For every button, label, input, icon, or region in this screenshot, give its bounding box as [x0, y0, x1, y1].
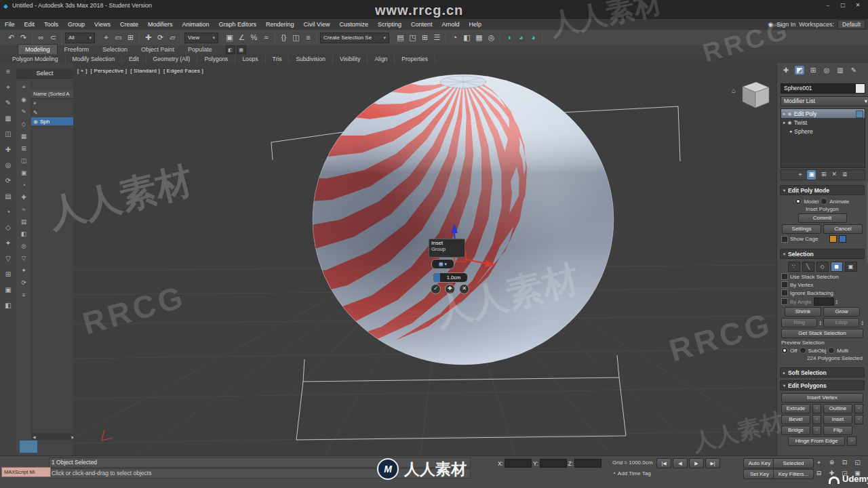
rollout-edit-polygons-header[interactable]: ▾ Edit Polygons — [780, 380, 865, 390]
explorer-tool-icon[interactable]: ◎ — [21, 243, 26, 249]
outline-settings-button[interactable]: ▫ — [854, 404, 863, 413]
viewport-nav-icon[interactable]: ⊕ — [827, 458, 837, 467]
toolbar-icon[interactable]: ◎ — [486, 32, 497, 43]
minimize-button[interactable]: – — [821, 1, 835, 9]
cage-selected-color-swatch[interactable] — [839, 235, 846, 243]
ribbon-tab-modeling[interactable]: Modeling — [18, 44, 58, 54]
scroll-left-icon[interactable]: ◀ — [33, 434, 36, 439]
extrude-settings-button[interactable]: ▫ — [812, 404, 821, 413]
transform-tool-icon[interactable]: ⟳ — [155, 32, 166, 43]
playback-button[interactable]: ◀ — [673, 458, 688, 468]
render-icon[interactable]: ◕ — [528, 32, 539, 43]
stack-row-sphere[interactable]: ● Sphere — [781, 127, 865, 136]
remove-modifier-icon[interactable]: ✕ — [832, 170, 837, 180]
menu-item[interactable]: Civil View — [299, 19, 335, 30]
preview-multi-radio[interactable] — [828, 347, 835, 354]
link-icon[interactable]: ∞ — [35, 32, 47, 43]
left-strip-icon[interactable]: ✚ — [3, 145, 14, 155]
menu-item[interactable]: Animation — [177, 19, 214, 30]
ribbon-tab-object-paint[interactable]: Object Paint — [134, 45, 181, 54]
menu-item[interactable]: Edit — [20, 19, 40, 30]
explorer-tool-icon[interactable]: ◉ — [21, 96, 26, 103]
cage-color-swatch[interactable] — [829, 235, 837, 243]
object-name-field[interactable]: Sphere001 — [781, 83, 855, 94]
toolbar-icon[interactable]: ▦ — [473, 32, 485, 43]
stack-row-twist[interactable]: ▸ ◉ Twist — [781, 118, 865, 127]
hinge-from-edge-button[interactable]: Hinge From Edge — [788, 436, 845, 446]
caddy-apply-button[interactable]: ✚ — [445, 284, 455, 294]
left-strip-icon[interactable]: ◇ — [3, 223, 14, 232]
undo-redo-icon[interactable]: ↶ — [5, 32, 17, 43]
render-icon[interactable]: ◕ — [515, 32, 527, 43]
make-unique-icon[interactable]: ⊞ — [821, 170, 827, 180]
toolbar-icon[interactable]: ◔ — [449, 32, 460, 43]
explorer-tool-icon[interactable]: ⌖ — [22, 83, 25, 91]
render-icon[interactable]: ◑ — [503, 32, 515, 43]
maximize-button[interactable]: ▢ — [835, 1, 850, 9]
viewport-nav-icon[interactable]: ⌖ — [814, 458, 824, 467]
use-stack-selection-checkbox[interactable] — [781, 273, 788, 280]
ignore-backfacing-checkbox[interactable] — [781, 289, 788, 296]
menu-item[interactable]: Modifiers — [143, 19, 178, 30]
explorer-tool-icon[interactable]: ⊞ — [21, 145, 26, 152]
selection-filter-dropdown[interactable]: All ▾ — [65, 33, 95, 43]
snap-toggle-icon[interactable]: % — [248, 32, 260, 43]
flip-button[interactable]: Flip — [823, 426, 852, 435]
caddy-cancel-button[interactable]: ✕ — [459, 284, 469, 294]
ring-button[interactable]: Ring — [781, 318, 817, 327]
explorer-tool-icon[interactable]: ⟳ — [21, 279, 26, 286]
ribbon-section[interactable]: Properties — [395, 55, 435, 63]
toolbar-icon[interactable]: ◧ — [461, 32, 473, 43]
ribbon-section[interactable]: Loops — [235, 55, 265, 63]
ribbon-extra-icon[interactable]: ◧ — [226, 45, 235, 54]
left-strip-icon[interactable]: ▤ — [3, 192, 14, 201]
snap-toggle-icon[interactable]: ≈ — [260, 32, 272, 43]
viewport-nav-icon[interactable]: ▣ — [852, 469, 863, 478]
ribbon-section[interactable]: Tris — [266, 55, 290, 63]
tab-motion[interactable]: ◎ — [822, 66, 831, 75]
left-strip-icon[interactable]: ▦ — [3, 114, 14, 123]
model-radio[interactable] — [795, 198, 802, 205]
left-strip-icon[interactable]: ✦ — [3, 239, 14, 248]
expand-icon[interactable]: ▸ — [783, 120, 786, 125]
playback-button[interactable]: ▶ — [689, 458, 704, 468]
animate-radio[interactable] — [821, 198, 827, 205]
border-mode-icon[interactable]: ◇ — [816, 262, 829, 272]
select-tool-icon[interactable]: ▭ — [113, 32, 124, 43]
menu-item[interactable]: Views — [90, 19, 115, 30]
left-strip-icon[interactable]: ⊞ — [3, 270, 14, 279]
get-stack-selection-button[interactable]: Get Stack Selection — [781, 329, 863, 338]
explorer-tool-icon[interactable]: ◇ — [22, 121, 26, 127]
explorer-tool-icon[interactable]: ▦ — [21, 133, 27, 140]
sign-in-button[interactable]: Sign In — [776, 21, 795, 28]
modifier-enable-icon[interactable]: ◉ — [788, 111, 792, 117]
viewport-nav-icon[interactable]: ✚ — [827, 469, 837, 478]
ribbon-section[interactable]: Geometry (All) — [146, 55, 198, 63]
menu-item[interactable]: Graph Editors — [214, 19, 261, 30]
menu-item[interactable]: Rendering — [261, 19, 299, 30]
list-item-selected[interactable]: ◉ Sph — [31, 117, 75, 125]
explorer-tool-icon[interactable]: ≡ — [22, 291, 25, 298]
editor-icon[interactable]: ◳ — [407, 32, 418, 43]
named-selection-set-dropdown[interactable]: Create Selection Se ▾ — [320, 33, 389, 43]
explorer-hscrollbar[interactable]: ◀ ▶ — [31, 433, 76, 440]
set-key-button[interactable]: Set Key — [743, 469, 776, 479]
editor-icon[interactable]: ⊞ — [419, 32, 431, 43]
expand-icon[interactable]: ▸ — [783, 111, 786, 117]
viewport-nav-icon[interactable]: ◲ — [840, 469, 850, 478]
edge-mode-icon[interactable]: ╲ — [802, 262, 814, 272]
playback-button[interactable]: ▶| — [705, 458, 720, 468]
ribbon-tab-selection[interactable]: Selection — [96, 45, 134, 54]
ribbon-section[interactable]: Polygons — [197, 55, 235, 63]
spinner-icon[interactable]: ▴▾ — [861, 320, 863, 325]
viewport-menu-pov[interactable]: [ Perspective ] — [91, 68, 127, 74]
ribbon-section[interactable]: Polygon Modeling — [5, 55, 66, 63]
tab-create[interactable]: ✚ — [781, 66, 791, 75]
ref-coord-dropdown[interactable]: View ▾ — [184, 33, 218, 43]
snap-toggle-icon[interactable]: ∠ — [236, 32, 248, 43]
by-vertex-checkbox[interactable] — [781, 281, 788, 288]
left-strip-icon[interactable]: ⟳ — [3, 176, 14, 186]
viewport-nav-icon[interactable]: ◱ — [852, 458, 863, 467]
object-color-swatch[interactable] — [855, 83, 865, 94]
viewport-menu-general[interactable]: [ + ] — [77, 68, 87, 74]
